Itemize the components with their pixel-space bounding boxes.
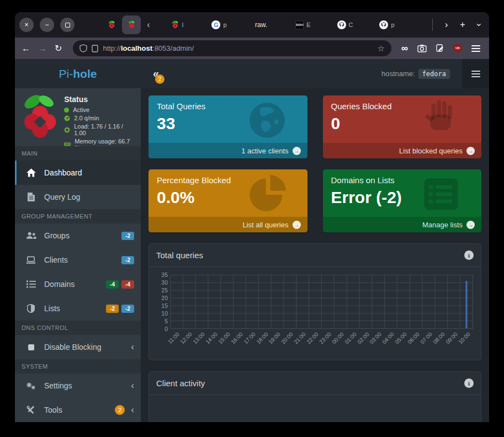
sidebar-item-label: Clients (44, 255, 68, 264)
chevron-right-icon: › (445, 20, 448, 29)
browser-tab-bar: × − ‹ l G p raw. DOU (15, 12, 489, 38)
globe-icon (248, 101, 287, 140)
pihole-page: Pi-hole « 2 hostname: fedora (15, 59, 489, 422)
x-tick-label: 04:00 (381, 331, 395, 345)
total-queries-card: Total Queries 33 1 active clients → (148, 95, 307, 158)
list-icon (25, 280, 36, 288)
sidebar-section-main: MAIN (15, 146, 141, 161)
sidebar-item-query-log[interactable]: Query Log (15, 185, 141, 209)
screenshot-camera-icon[interactable] (417, 44, 427, 52)
status-box: Status Active 2.0 q/min Load: 1.76 / 1.1… (15, 88, 141, 146)
x-tick-label: 19:00 (268, 331, 282, 345)
active-clients-link[interactable]: 1 active clients → (148, 143, 307, 158)
chevron-left-icon: ‹ (131, 342, 134, 353)
sidebar-item-settings[interactable]: Settings ‹ (15, 374, 141, 398)
tab-github-1[interactable]: C (324, 15, 366, 34)
queries-over-time-chart: 05101520253035 11:0012:0013:0014:0015:00… (149, 267, 481, 360)
new-tab-button[interactable]: + (460, 20, 465, 30)
list-all-queries-link[interactable]: List all queries → (148, 217, 307, 232)
list-alt-icon (422, 175, 460, 214)
y-tick-label: 25 (161, 287, 168, 294)
browser-window: × − ‹ l G p raw. DOU (15, 12, 489, 422)
total-queries-panel: Total queries i 05101520253035 11:0012:0… (148, 243, 481, 360)
x-tick-label: 20:00 (280, 331, 294, 345)
gauge-icon (64, 115, 70, 121)
brand-hole: hole (73, 67, 97, 80)
menu-icon[interactable] (471, 45, 480, 52)
x-tick-label: 14:00 (204, 331, 218, 345)
panel-title: Client activity (156, 379, 205, 388)
x-tick-label: 12:00 (179, 331, 193, 345)
reload-button[interactable]: ↻ (55, 43, 62, 54)
pihole-menu-button[interactable] (462, 59, 489, 88)
y-axis-labels: 05101520253035 (155, 275, 170, 329)
tab-title: E (306, 22, 310, 28)
arrow-circle-icon: → (466, 147, 475, 155)
lists-blue-badge: -2 (121, 305, 134, 313)
info-icon[interactable]: i (464, 251, 474, 260)
chevron-left-icon: ‹ (131, 380, 134, 391)
forward-button[interactable]: → (38, 44, 47, 54)
save-page-icon[interactable] (436, 44, 444, 52)
x-tick-label: 01:00 (343, 331, 357, 345)
y-tick-label: 30 (161, 279, 168, 286)
infinity-extension-icon[interactable]: ∞ (401, 43, 408, 54)
tab-google-search[interactable]: G p (198, 15, 240, 34)
sidebar-item-lists[interactable]: Lists -2 -2 (15, 296, 141, 321)
ublock-shield-icon[interactable]: UO (453, 44, 462, 53)
list-all-tabs-button[interactable]: › (478, 20, 480, 30)
tab-title: p (391, 22, 394, 28)
url-scheme: http:// (103, 44, 121, 52)
sidebar-item-domains[interactable]: Domains -4 -4 (15, 272, 141, 296)
tab-scroll-left-button[interactable]: ‹ (141, 20, 156, 30)
window-maximize-button[interactable] (60, 18, 75, 32)
tab-raw-githubusercontent[interactable]: raw. (240, 15, 282, 34)
list-blocked-queries-link[interactable]: List blocked queries → (323, 143, 482, 158)
sidebar-item-disable-blocking[interactable]: Disable Blocking ‹ (15, 335, 141, 359)
separator (432, 19, 433, 31)
back-button[interactable]: ← (22, 44, 30, 54)
clients-count-badge: -2 (121, 256, 134, 264)
sidebar-item-label: Groups (44, 231, 70, 240)
tab-scroll-right-button[interactable]: › (445, 20, 448, 30)
sidebar-section-group-management: GROUP MANAGEMENT (15, 209, 141, 223)
sidebar-item-dashboard[interactable]: Dashboard (15, 161, 141, 185)
sidebar-toggle[interactable]: « 2 (153, 68, 159, 79)
tab-pihole-docs[interactable]: l (156, 15, 198, 34)
minimize-icon: − (45, 21, 49, 29)
sidebar-item-groups[interactable]: Groups -2 (15, 223, 141, 248)
tab-dou[interactable]: DOU E (282, 15, 324, 34)
pihole-favicon-icon (128, 20, 136, 29)
info-icon[interactable]: i (464, 379, 474, 388)
status-active-label: Active (73, 106, 89, 113)
menu-icon (471, 71, 480, 77)
sidebar-item-label: Disable Blocking (44, 343, 102, 351)
bookmark-star-icon[interactable]: ☆ (377, 44, 384, 54)
tab-github-2[interactable]: p (366, 15, 408, 34)
queries-blocked-card: Queries Blocked 0 List blocked queries → (323, 95, 482, 158)
tools-update-badge: 2 (115, 405, 125, 415)
sidebar-item-tools[interactable]: Tools 2 ‹ (15, 398, 141, 422)
y-tick-label: 5 (165, 318, 168, 324)
tab-pihole-active[interactable] (122, 15, 141, 34)
sidebar-item-clients[interactable]: Clients -2 (15, 248, 141, 272)
url-bar[interactable]: http://localhost:8053/admin/ ☆ (73, 40, 391, 56)
window-minimize-button[interactable]: − (40, 18, 54, 32)
window-close-button[interactable]: × (19, 18, 34, 32)
manage-lists-link[interactable]: Manage lists → (323, 217, 482, 232)
domains-denied-badge: -4 (121, 280, 134, 289)
page-info-icon[interactable] (92, 45, 98, 52)
domains-on-lists-card: Domains on Lists Error (-2) Manage lists… (323, 169, 482, 232)
tab-pihole-pinned-1[interactable] (101, 15, 122, 34)
percentage-blocked-card: Percentage Blocked 0.0% List all queries… (148, 169, 307, 232)
arrow-circle-icon: → (466, 221, 475, 229)
x-tick-label: 00:00 (331, 331, 344, 345)
chevron-down-icon: › (474, 23, 484, 26)
status-rate-label: 2.0 q/min (74, 115, 99, 121)
x-tick-label: 05:00 (394, 331, 407, 345)
x-tick-label: 08:00 (432, 331, 445, 345)
arrow-circle-icon: → (293, 221, 301, 229)
x-tick-label: 21:00 (293, 331, 306, 345)
pihole-logo-text[interactable]: Pi-hole (15, 67, 141, 81)
x-axis-labels: 11:0012:0013:0014:0015:0016:0017:0018:00… (170, 329, 473, 358)
